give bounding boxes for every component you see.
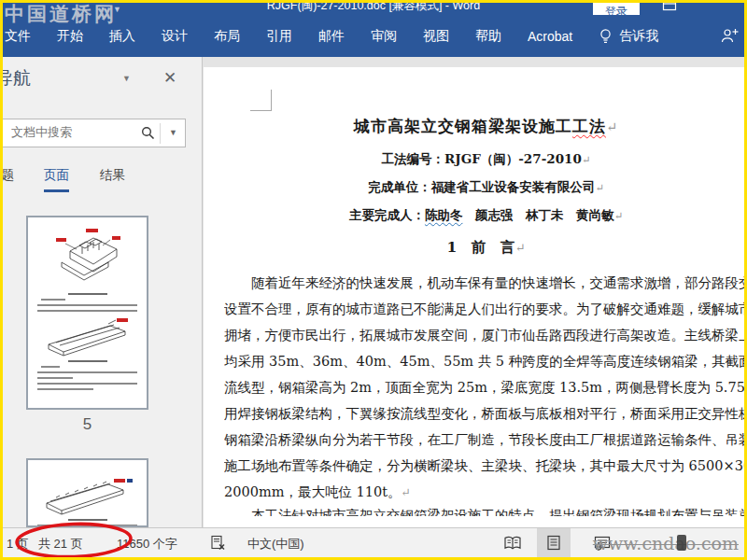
- tell-me-control[interactable]: 告诉我: [599, 28, 658, 45]
- tab-review[interactable]: 审阅: [358, 28, 410, 45]
- nav-tab-pages[interactable]: 页面: [44, 167, 69, 192]
- tab-references[interactable]: 引用: [253, 28, 305, 45]
- body-line: 随着近年来经济的快速发展，机动车保有量的快速增长，交通需求激增，部分路段交通设施: [224, 273, 744, 292]
- tab-home[interactable]: 开始: [44, 28, 96, 45]
- grammar-squiggle-blue: 陈助冬: [425, 207, 463, 222]
- tell-me-label: 告诉我: [619, 28, 658, 45]
- body-line: 用焊接钢板梁结构，下翼缘按流线型变化，桥面板与底板相对平行，桥面采用正交异性板结…: [224, 404, 744, 423]
- tab-view[interactable]: 视图: [410, 28, 462, 45]
- lightbulb-icon: [599, 28, 613, 45]
- thumbnail-diagram: [28, 473, 147, 516]
- thumbnail-caption: [68, 293, 107, 295]
- tab-mailings[interactable]: 邮件: [305, 28, 358, 45]
- search-input[interactable]: [9, 124, 116, 140]
- search-options-chevron-icon[interactable]: ▼: [169, 128, 177, 137]
- body-line: 2000mm，最大吨位 110t。↵: [224, 483, 744, 502]
- text-margin-corner-mark: [250, 90, 272, 111]
- tab-design[interactable]: 设计: [148, 28, 201, 45]
- spellcheck-squiggle-red: 工法: [572, 117, 606, 135]
- main-area: 导航 ▼ ✕ ▼ 标题 页面 结果: [3, 57, 744, 527]
- meta-main-authors: 主要完成人：陈助冬 颜志强 林丁未 黄尚敏↵: [204, 207, 744, 224]
- paragraph-mark: ↵: [402, 486, 411, 499]
- quick-access-chevron-icon[interactable]: ▼: [113, 5, 121, 14]
- screenshot-frame: RJGF(闽)-27-2010.doc [兼容模式] - Word 登录 文件 …: [0, 0, 747, 560]
- document-heading-title: 城市高架立交钢箱梁架设施工工法↵: [204, 116, 744, 137]
- thumbnail-text-line: [37, 371, 137, 373]
- thumbnail-text-line: [37, 383, 137, 385]
- paragraph-mark: ↵: [606, 119, 618, 134]
- body-line: 设置不合理，原有的城市道路已不能满足人们出行的要求。为了破解交通难题，缓解城市的…: [224, 300, 744, 318]
- thumbnail-text-line: [41, 299, 65, 301]
- meta-completing-unit: 完成单位：福建省工业设备安装有限公司↵: [204, 179, 744, 196]
- thumbnail-text-line: [37, 304, 137, 306]
- tab-layout[interactable]: 布局: [201, 28, 253, 45]
- print-layout-view-button[interactable]: [537, 528, 571, 557]
- status-language[interactable]: 中文(中国): [247, 536, 304, 553]
- section-heading-foreword: 1 前 言↵: [204, 238, 744, 258]
- paragraph-mark: ↵: [613, 209, 623, 222]
- watermark-site-url: www.cndao.com: [593, 533, 739, 553]
- body-line: 施工场地布置等条件确定，分为横断梁块、主梁块、托梁块，其中最大尺寸为 6500×…: [224, 456, 744, 475]
- clipped-body-line: 本工法针对城市高架立交钢箱梁架设施工的特点，提出钢箱梁现场规划布置与吊装就位的成…: [224, 507, 744, 516]
- page-thumbnail-5[interactable]: [26, 216, 148, 410]
- document-area: 城市高架立交钢箱梁架设施工工法↵ 工法编号：RJGF（闽）-27-2010↵ 完…: [203, 57, 744, 527]
- thumbnail-diagram: [28, 225, 147, 290]
- spellcheck-status-icon[interactable]: [210, 535, 226, 553]
- body-line: 钢箱梁沿桥梁纵向分为若干节段，在工厂制造，节段长度由工厂根据道路运输条件、吊装能…: [224, 430, 744, 449]
- share-person-icon[interactable]: [720, 27, 739, 47]
- tab-insert[interactable]: 插入: [96, 28, 148, 45]
- red-circle-annotation: [11, 517, 137, 557]
- word-window: RJGF(闽)-27-2010.doc [兼容模式] - Word 登录 文件 …: [3, 3, 744, 557]
- search-divider: [160, 123, 161, 144]
- thumbnail-text-line: [41, 366, 60, 368]
- chevron-down-icon[interactable]: ▼: [122, 74, 131, 83]
- thumbnail-page-number: 5: [26, 415, 148, 434]
- search-icon[interactable]: [141, 126, 155, 144]
- tab-help[interactable]: 帮助: [462, 28, 514, 45]
- thumbnail-diagram: [28, 316, 147, 357]
- document-search-box[interactable]: ▼: [3, 119, 186, 147]
- thumbnail-text-line: [37, 377, 73, 379]
- navigation-tabs: 标题 页面 结果: [3, 167, 202, 195]
- thumbnail-caption: [68, 360, 107, 362]
- close-icon[interactable]: ✕: [163, 68, 176, 88]
- print-layout-icon: [545, 535, 562, 551]
- tab-acrobat[interactable]: Acrobat: [514, 29, 585, 44]
- navigation-pane: 导航 ▼ ✕ ▼ 标题 页面 结果: [3, 57, 203, 527]
- body-line: 均采用 35m、36m、40m、45m、55m 共 5 种跨度的全焊等高度连续钢…: [224, 352, 744, 371]
- thumbnail-text-line: [37, 310, 137, 312]
- book-icon: [503, 536, 522, 551]
- paragraph-mark: ↵: [595, 181, 604, 194]
- sign-in-button[interactable]: 登录: [593, 3, 640, 15]
- watermark-ink-blob: [677, 535, 686, 551]
- body-line: 拥堵，方便市民出行，拓展城市发展空间，厦门市仙岳路西段进行高架改造。主线桥梁上部…: [224, 326, 744, 344]
- meta-method-number: 工法编号：RJGF（闽）-27-2010↵: [204, 151, 744, 168]
- paragraph-mark: ↵: [514, 241, 525, 255]
- body-line: 流线型，钢箱梁高为 2m，顶面全宽为 25m，梁底宽度 13.5m，两侧悬臂长度…: [224, 378, 744, 397]
- document-page[interactable]: 城市高架立交钢箱梁架设施工工法↵ 工法编号：RJGF（闽）-27-2010↵ 完…: [204, 67, 744, 527]
- thumbnail-text-line: [37, 388, 93, 390]
- nav-tab-headings[interactable]: 标题: [3, 167, 25, 189]
- paragraph-mark: ↵: [582, 153, 591, 166]
- watermark-site-logo: 中国道桥网: [5, 3, 117, 27]
- navigation-pane-header: 导航 ▼ ✕: [3, 66, 202, 98]
- tab-file[interactable]: 文件: [3, 28, 44, 45]
- nav-tab-results[interactable]: 结果: [100, 167, 125, 184]
- ribbon-display-options-icon[interactable]: [662, 3, 677, 16]
- read-mode-view-button[interactable]: [496, 528, 529, 557]
